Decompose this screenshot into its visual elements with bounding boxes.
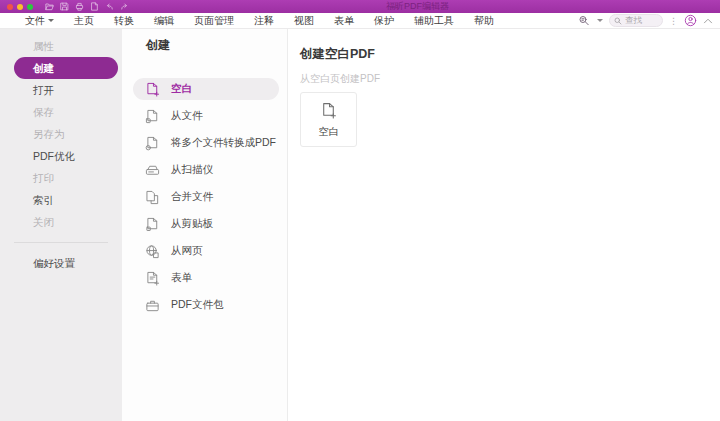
create-item-label: 从剪贴板	[171, 217, 213, 231]
new-document-icon[interactable]	[90, 2, 99, 11]
create-item-combine-files[interactable]: 合并文件	[133, 186, 279, 208]
create-item-convert-multiple[interactable]: 将多个文件转换成PDF	[133, 132, 279, 154]
sidebar-item-save: 保存	[14, 101, 118, 123]
create-item-label: 将多个文件转换成PDF	[171, 136, 276, 150]
more-dots-icon[interactable]: ⋮	[669, 16, 678, 26]
blank-pdf-card[interactable]: 空白	[300, 92, 357, 147]
page-from-file-icon	[145, 109, 160, 124]
search-icon	[614, 17, 622, 25]
quick-access-toolbar	[45, 2, 129, 11]
form-icon	[145, 271, 160, 286]
sidebar-item-open[interactable]: 打开	[14, 79, 118, 101]
create-item-from-file[interactable]: 从文件	[133, 105, 279, 127]
sidebar-item-print: 打印	[14, 167, 118, 189]
zoom-window-button[interactable]	[27, 4, 33, 10]
menu-list: 文件 主页 转换 编辑 页面管理 注释 视图 表单 保护 辅助工具 帮助	[25, 14, 494, 28]
menu-convert[interactable]: 转换	[114, 14, 134, 28]
detail-panel: 创建空白PDF 从空白页创建PDF 空白	[288, 29, 720, 421]
window-title: 福昕PDF编辑器	[386, 1, 449, 12]
backstage-view: 属性 创建 打开 保存 另存为 PDF优化 打印 索引 关闭 偏好设置 创建 空…	[0, 29, 720, 421]
sidebar-divider	[14, 242, 108, 243]
create-item-from-scanner[interactable]: 从扫描仪	[133, 159, 279, 181]
sidebar-item-create[interactable]: 创建	[14, 57, 118, 79]
create-item-label: 空白	[171, 82, 192, 96]
create-item-label: 从扫描仪	[171, 163, 213, 177]
create-item-label: 合并文件	[171, 190, 213, 204]
sidebar-item-close: 关闭	[14, 211, 118, 233]
clipboard-icon	[145, 217, 160, 232]
sidebar-item-save-as: 另存为	[14, 123, 118, 145]
blank-page-plus-icon	[320, 102, 337, 119]
search-placeholder: 查找	[625, 15, 642, 26]
close-window-button[interactable]	[7, 4, 13, 10]
collapse-chevron-icon[interactable]	[703, 17, 713, 25]
menu-form[interactable]: 表单	[334, 14, 354, 28]
chevron-down-icon	[48, 19, 54, 22]
menu-home[interactable]: 主页	[74, 14, 94, 28]
create-panel: 创建 空白 从文件 将多个文件转换成PDF 从扫描仪 合并文件	[122, 29, 288, 421]
create-item-from-clipboard[interactable]: 从剪贴板	[133, 213, 279, 235]
detail-panel-subtitle: 从空白页创建PDF	[300, 73, 720, 84]
menu-protect[interactable]: 保护	[374, 14, 394, 28]
create-item-label: PDF文件包	[171, 298, 224, 312]
create-options-list: 空白 从文件 将多个文件转换成PDF 从扫描仪 合并文件 从剪贴板	[122, 78, 287, 316]
redo-icon[interactable]	[120, 2, 129, 11]
print-icon[interactable]	[75, 2, 84, 11]
create-item-label: 从网页	[171, 244, 203, 258]
account-icon[interactable]	[684, 14, 697, 27]
menubar-right-controls: 查找 ⋮	[578, 14, 713, 27]
open-folder-icon[interactable]	[45, 2, 54, 11]
save-icon[interactable]	[60, 2, 69, 11]
menu-view[interactable]: 视图	[294, 14, 314, 28]
menu-organize[interactable]: 页面管理	[194, 14, 234, 28]
menu-file[interactable]: 文件	[25, 14, 54, 28]
search-input[interactable]: 查找	[609, 14, 663, 27]
create-item-form[interactable]: 表单	[133, 267, 279, 289]
combine-files-icon	[145, 190, 160, 205]
file-sidebar: 属性 创建 打开 保存 另存为 PDF优化 打印 索引 关闭 偏好设置	[0, 29, 122, 421]
minimize-window-button[interactable]	[17, 4, 23, 10]
blank-pdf-card-label: 空白	[319, 126, 339, 137]
create-item-label: 从文件	[171, 109, 203, 123]
pdf-portfolio-icon	[145, 298, 160, 313]
create-item-from-webpage[interactable]: 从网页	[133, 240, 279, 262]
convert-multiple-files-icon	[145, 136, 160, 151]
web-page-icon	[145, 244, 160, 259]
create-item-blank[interactable]: 空白	[133, 78, 279, 100]
menu-edit[interactable]: 编辑	[154, 14, 174, 28]
titlebar: 福昕PDF编辑器	[0, 0, 720, 13]
menu-accessibility[interactable]: 辅助工具	[414, 14, 454, 28]
create-item-pdf-portfolio[interactable]: PDF文件包	[133, 294, 279, 316]
create-item-label: 表单	[171, 271, 192, 285]
blank-page-plus-icon	[145, 82, 160, 97]
chevron-down-icon[interactable]	[597, 19, 603, 22]
sidebar-item-index[interactable]: 索引	[14, 189, 118, 211]
menubar: 文件 主页 转换 编辑 页面管理 注释 视图 表单 保护 辅助工具 帮助 查找 …	[0, 13, 720, 29]
undo-icon[interactable]	[105, 2, 114, 11]
sidebar-item-properties: 属性	[14, 35, 118, 57]
sidebar-item-pdf-optimize[interactable]: PDF优化	[14, 145, 118, 167]
sidebar-item-preferences[interactable]: 偏好设置	[14, 252, 118, 274]
traffic-lights	[7, 4, 33, 10]
find-replace-icon[interactable]	[578, 15, 591, 27]
menu-comment[interactable]: 注释	[254, 14, 274, 28]
create-panel-title: 创建	[146, 39, 287, 52]
menu-help[interactable]: 帮助	[474, 14, 494, 28]
scanner-icon	[145, 163, 160, 178]
detail-panel-title: 创建空白PDF	[300, 47, 720, 61]
